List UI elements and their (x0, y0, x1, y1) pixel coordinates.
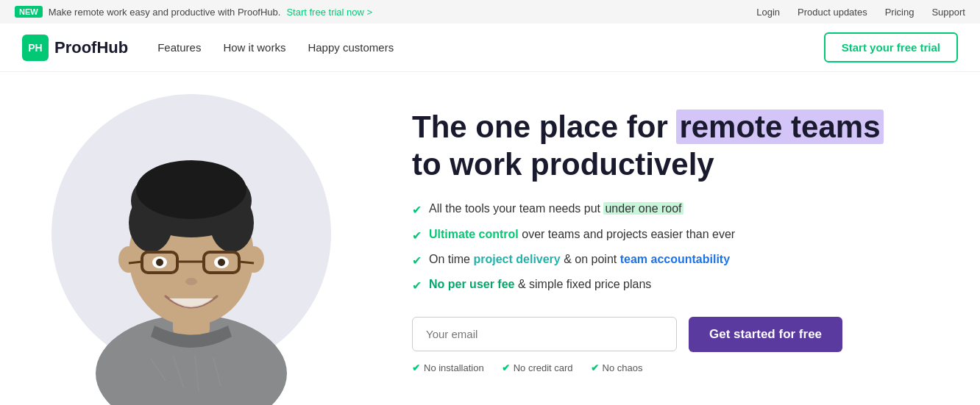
announcement-left: NEW Make remote work easy and productive… (15, 6, 372, 18)
sub-label-no-credit-card: ✔ No credit card (502, 362, 573, 373)
svg-line-12 (129, 262, 142, 263)
bullet-text-2: Ultimate control over teams and projects… (429, 226, 735, 243)
svg-line-13 (239, 262, 254, 263)
sub-label-no-chaos: ✔ No chaos (591, 362, 643, 373)
logo-icon: PH (22, 35, 49, 61)
check-icon-4: ✔ (412, 278, 422, 294)
sub-label-no-installation: ✔ No installation (412, 362, 484, 373)
bullet-text-3: On time project delivery & on point team… (429, 251, 730, 268)
check-no-chaos: ✔ (591, 362, 599, 373)
sub-label-text-credit-card: No credit card (514, 362, 573, 373)
announcement-bar: NEW Make remote work easy and productive… (0, 0, 980, 24)
sub-label-text-installation: No installation (424, 362, 484, 373)
svg-point-7 (118, 246, 139, 273)
highlight-ultimate-control: Ultimate control (429, 228, 519, 240)
nav-how-it-works[interactable]: How it works (223, 41, 285, 54)
announcement-text: Make remote work easy and productive wit… (49, 7, 281, 18)
announcement-link[interactable]: Start free trial now > (286, 7, 372, 18)
svg-point-17 (218, 259, 225, 266)
highlight-under-one-roof: under one roof (603, 202, 683, 215)
hero-title-part1: The one place for (412, 110, 676, 144)
hero-bullet-list: ✔ All the tools your team needs put unde… (412, 201, 958, 295)
svg-point-16 (156, 259, 163, 266)
nav-pricing[interactable]: Pricing (885, 7, 915, 18)
nav-links: Features How it works Happy customers (157, 41, 394, 54)
bullet-item-1: ✔ All the tools your team needs put unde… (412, 201, 958, 218)
svg-point-18 (185, 278, 197, 285)
check-no-installation: ✔ (412, 362, 420, 373)
highlight-project-delivery: project delivery (473, 253, 560, 265)
cta-row: Get started for free (412, 317, 958, 352)
check-icon-3: ✔ (412, 253, 422, 269)
sub-label-text-chaos: No chaos (603, 362, 643, 373)
hero-image (0, 72, 383, 405)
nav-login[interactable]: Login (756, 7, 780, 18)
hero-title: The one place for remote teams to work p… (412, 109, 958, 183)
get-started-button[interactable]: Get started for free (689, 317, 842, 352)
navbar: PH ProofHub Features How it works Happy … (0, 24, 980, 72)
highlight-no-per-user-fee: No per user fee (429, 278, 514, 290)
bullet-text-1: All the tools your team needs put under … (429, 201, 683, 217)
new-badge: NEW (15, 6, 43, 18)
check-icon-2: ✔ (412, 228, 422, 244)
hero-title-highlight: remote teams (676, 110, 883, 144)
highlight-team-accountability: team accountability (620, 253, 730, 265)
bullet-text-4: No per user fee & simple fixed price pla… (429, 276, 651, 293)
hero-section: The one place for remote teams to work p… (0, 72, 980, 405)
bullet-item-2: ✔ Ultimate control over teams and projec… (412, 226, 958, 244)
svg-point-6 (136, 160, 246, 219)
check-no-credit-card: ✔ (502, 362, 510, 373)
sub-labels: ✔ No installation ✔ No credit card ✔ No … (412, 362, 958, 373)
hero-content: The one place for remote teams to work p… (383, 79, 958, 402)
bullet-item-4: ✔ No per user fee & simple fixed price p… (412, 276, 958, 294)
announcement-nav: Login Product updates Pricing Support (756, 7, 965, 18)
hero-title-part2: to work productively (412, 147, 714, 182)
nav-features[interactable]: Features (157, 41, 201, 54)
svg-point-8 (244, 246, 264, 273)
person-svg (77, 101, 305, 405)
start-free-trial-button[interactable]: Start your free trial (824, 32, 958, 62)
nav-support[interactable]: Support (931, 7, 965, 18)
person-image (74, 94, 309, 405)
navbar-right: Start your free trial (824, 32, 958, 62)
bullet-item-3: ✔ On time project delivery & on point te… (412, 251, 958, 269)
logo[interactable]: PH ProofHub (22, 35, 128, 61)
nav-happy-customers[interactable]: Happy customers (308, 41, 394, 54)
logo-name: ProofHub (54, 38, 128, 57)
email-input[interactable] (412, 317, 677, 351)
check-icon-1: ✔ (412, 202, 422, 218)
nav-product-updates[interactable]: Product updates (798, 7, 867, 18)
